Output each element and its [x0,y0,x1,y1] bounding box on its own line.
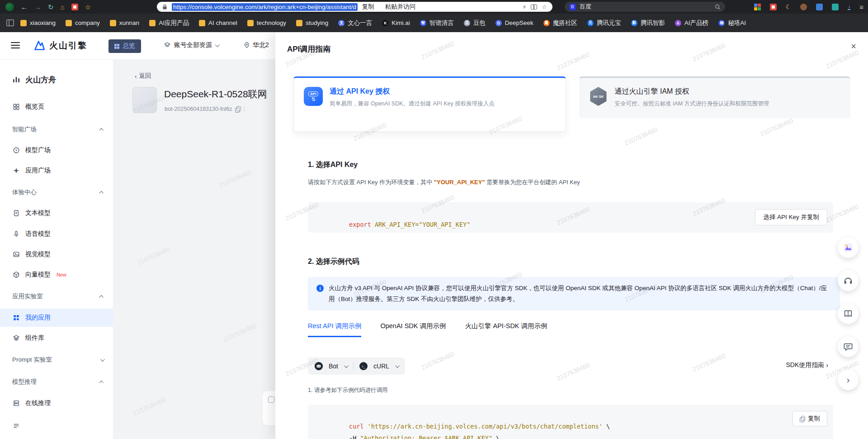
your-api-key-highlight: "YOUR_API_KEY" [434,179,485,186]
favorites-icon[interactable]: ☆ [85,4,91,10]
sidebar-item-my-apps[interactable]: 我的应用 [0,309,113,327]
bookmark-item[interactable]: AI channel [199,19,237,26]
side-panel-icon[interactable] [6,19,14,26]
language-select-value[interactable]: cURL [373,363,389,370]
bookmark-label: 文心一言 [348,19,372,27]
compatibility-notice: i 火山方舟 v3 API 与 OpenAI API 协议兼容，您可以使用火山引… [308,277,840,310]
bookmark-item[interactable]: 魔 魔搭社区 [543,19,577,27]
secondary-search[interactable]: 百 百度 [565,2,725,12]
sidebar-item-app-square[interactable]: 应用广场 [0,162,113,180]
browser-menu-icon[interactable]: ≡ [859,3,863,11]
bookmark-item[interactable]: 秘 秘塔AI [718,19,746,27]
extension-teal-icon[interactable] [832,4,839,10]
sidebar-item-online-inference[interactable]: 在线推理 [0,394,113,412]
feedback-button[interactable] [838,336,859,357]
bookmark-star-icon[interactable]: ☆ [542,4,547,10]
bot-avatar [132,87,157,113]
home-icon[interactable]: ⌂ [61,4,65,10]
bookmark-label: 魔搭社区 [553,19,577,27]
extension-icon[interactable] [71,4,78,10]
divider: | [243,106,245,112]
extensions-grid-icon[interactable] [754,4,761,10]
extension-brown-icon[interactable] [800,4,807,10]
chevron-down-icon[interactable] [395,363,400,368]
bookmark-item[interactable]: AI应用产品 [149,19,189,27]
volcengine-logo-icon [33,39,46,52]
volcengine-logo-text: 火山引擎 [49,40,87,52]
url-paste-go-label[interactable]: 粘贴并访问 [385,3,416,11]
bookmark-item[interactable]: 元 腾讯元宝 [587,19,621,27]
sidebar-item-vision-model[interactable]: 视觉模型 [0,245,113,263]
lightning-icon[interactable]: ⚡ [522,4,526,10]
close-icon[interactable]: × [851,41,856,52]
url-copy-label[interactable]: 复制 [362,3,374,11]
location-pin-icon [244,42,250,49]
tab-openai-sdk[interactable]: OpenAI SDK 调用示例 [380,322,446,337]
bookmark-item[interactable]: 影 腾讯智影 [631,19,665,27]
browser-profile-avatar[interactable] [5,3,14,11]
sidebar-section-app-lab[interactable]: 应用实验室 [0,287,113,305]
back-icon[interactable]: ← [21,4,28,10]
bookmark-item[interactable]: 文 文心一言 [338,19,372,27]
docs-button[interactable] [838,303,859,324]
address-bar[interactable]: https://console.volcengine.com/ark/regio… [157,2,552,12]
target-select-value[interactable]: Bot [329,363,338,370]
copy-icon[interactable] [235,106,240,112]
sidebar-item-speech-model[interactable]: 语音模型 [0,225,113,243]
nav-hamburger-icon[interactable] [11,42,20,48]
dark-mode-icon[interactable]: ☾ [786,3,792,10]
extension-red-icon[interactable] [770,4,777,10]
code-string: "Authorization: Bearer $ARK_API_KEY" [356,434,492,439]
resource-scope-dropdown[interactable]: 账号全部资源 [164,41,218,49]
auth-card-iam[interactable]: AK SK 通过火山引擎 IAM 授权 安全可控。按照云标准 IAM 方式进行身… [579,76,851,118]
bookmark-item[interactable]: 豆 豆包 [464,19,486,27]
bookmark-item[interactable]: company [66,19,100,26]
split-view-icon[interactable] [531,5,537,10]
bookmark-item[interactable]: xunnan [110,19,139,26]
bookmark-item[interactable]: 智 智谱清言 [420,19,454,27]
select-api-key-button[interactable]: 选择 API Key 并复制 [755,209,827,225]
auth-card-api-key[interactable]: API ⇅ 通过 API Key 授权 简单易用，兼容 OpenAI SDK。通… [293,76,566,132]
sidebar-item-vector-model[interactable]: 向量模型 New [0,266,113,284]
back-label: 返回 [139,72,151,80]
sidebar-item-components[interactable]: 组件库 [0,329,113,347]
copy-code-button[interactable]: 复制 [793,411,827,426]
bookmark-item[interactable]: technology [247,19,286,26]
chevron-up-icon [99,128,104,132]
ai-assistant-button[interactable] [838,237,859,258]
back-button[interactable]: ‹ 返回 [135,72,151,80]
forward-icon[interactable]: → [34,4,41,10]
arrows-updown-icon: ⇅ [311,97,315,102]
bookmark-item[interactable]: xiaoxiang [20,19,56,26]
tab-rest-api[interactable]: Rest API 调用示例 [308,322,361,337]
sdk-guide-link[interactable]: SDK使用指南 › [786,361,828,369]
tab-volc-api-sdk[interactable]: 火山引擎 API-SDK 调用示例 [465,322,547,337]
export-code-block: export ARK_API_KEY="YOUR_API_KEY" 选择 API… [308,202,833,233]
bookmark-item[interactable]: A AI产品榜 [675,19,708,27]
sidebar-section-experience[interactable]: 体验中心 [0,183,113,201]
mountain-ai-icon [843,243,853,253]
sidebar-section-prompt-lab[interactable]: Prompt 实验室 [0,351,113,369]
region-selector[interactable]: 华北2 [244,41,269,49]
collapse-panel-button[interactable]: › [838,369,859,390]
sidebar-item-batch[interactable] [0,417,113,435]
customer-service-button[interactable] [838,270,859,291]
downloads-icon[interactable]: ↓ [848,4,850,10]
reload-icon[interactable]: ↻ [48,4,54,10]
screen: ← → ↻ ⌂ ☆ https://console.volcengine.com… [0,0,868,439]
ark-bars-icon [12,76,20,84]
api-guide-drawer: 2107638460210763846021076384602107638460… [275,32,868,439]
chevron-down-icon[interactable] [344,363,349,368]
bookmark-label: AI产品榜 [684,19,708,27]
overview-button[interactable]: 总览 [108,39,141,53]
bookmark-item[interactable]: D DeepSeek [495,19,533,26]
sidebar-item-model-square[interactable]: 模型广场 [0,141,113,159]
sidebar-item-text-model[interactable]: 文本模型 [0,204,113,222]
sidebar-section-ai-square[interactable]: 智能广场 [0,120,113,138]
sidebar-section-model-inference[interactable]: 模型推理 [0,373,113,391]
bookmark-item[interactable]: studying [296,19,328,26]
volcengine-logo[interactable]: 火山引擎 [33,39,87,52]
sidebar-item-overview[interactable]: 概览页 [0,98,113,116]
bookmark-item[interactable]: K Kimi.ai [382,19,410,26]
extension-blue-icon[interactable] [816,4,823,10]
